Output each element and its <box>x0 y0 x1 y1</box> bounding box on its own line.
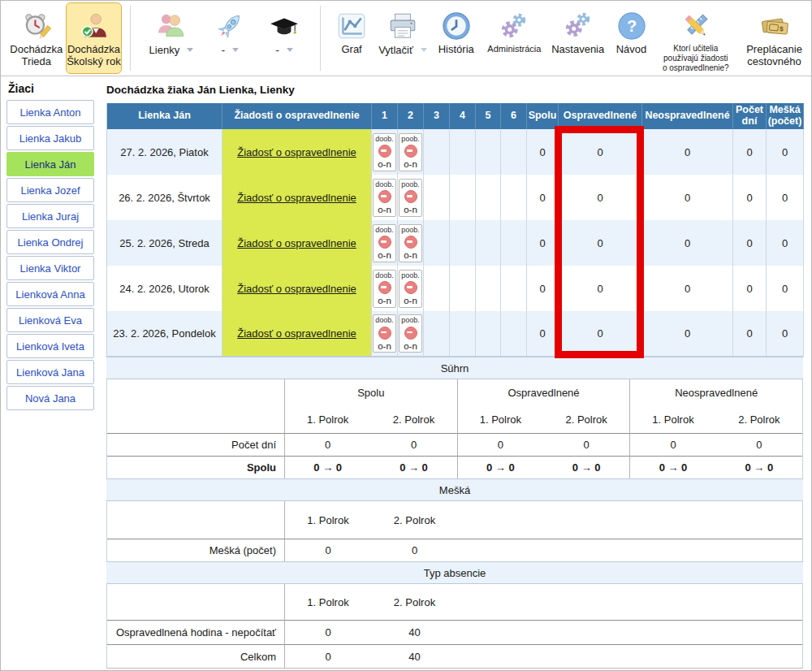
toolbar-item-dochadzka-trieda[interactable]: Dochádzka Trieda <box>7 2 66 74</box>
attendance-slot-afternoon[interactable]: poob.o-n <box>399 133 422 171</box>
sidebar-item-student[interactable]: Lienka Ondrej <box>6 230 94 254</box>
excuse-request-link[interactable]: Žiadosť o ospravedlnenie <box>237 237 356 249</box>
tickets-icon: $ <box>758 8 791 44</box>
graduation-cap-icon <box>268 8 300 44</box>
excuse-request-link[interactable]: Žiadosť o ospravedlnenie <box>237 192 356 204</box>
days-cell: 0 <box>733 311 767 357</box>
toolbar: Dochádzka Trieda Dochádzka Školský rok <box>1 1 811 76</box>
attendance-table: Lienka Ján Žiadosti o ospravedlnenie 1 2… <box>106 103 803 357</box>
person-check-icon <box>78 8 109 44</box>
attendance-slot-morning[interactable]: doob.o-n <box>373 179 396 217</box>
chevron-down-icon[interactable] <box>187 48 193 52</box>
attendance-slot-afternoon[interactable]: poob.o-n <box>399 270 422 308</box>
attendance-slot-afternoon[interactable]: poob.o-n <box>399 179 422 217</box>
chevron-down-icon[interactable] <box>421 48 427 52</box>
sidebar-item-student[interactable]: Lienková Jana <box>6 360 94 384</box>
toolbar-item-navod[interactable]: ? Návod <box>608 2 654 74</box>
column-header-days: Početdní <box>733 103 767 129</box>
subheader-polrok: 2. Polrok <box>371 584 458 620</box>
lesson-cell-2: poob.o-n <box>398 311 424 357</box>
toolbar-item-vytlacit[interactable]: Vytlačiť <box>374 2 431 74</box>
toolbar-label: - <box>276 44 279 56</box>
subheader-polrok: 2. Polrok <box>716 405 802 433</box>
lesson-cell-3 <box>424 220 450 266</box>
unexcused-cell: 0 <box>642 220 733 266</box>
absence-type-value: 0 <box>284 620 371 644</box>
toolbar-item-historia[interactable]: História <box>431 2 482 74</box>
excused-cell: 0 <box>559 175 642 220</box>
no-entry-icon <box>404 327 417 340</box>
lesson-cell-4 <box>450 311 476 357</box>
sidebar-item-student[interactable]: Lienka Jozef <box>6 178 94 202</box>
excused-cell: 0 <box>559 129 642 175</box>
no-entry-icon <box>378 145 391 158</box>
days-cell: 0 <box>733 220 767 266</box>
excuse-request-link[interactable]: Žiadosť o ospravedlnenie <box>237 146 356 158</box>
toolbar-item-lienky[interactable]: Lienky <box>139 2 203 74</box>
sidebar-item-student[interactable]: Lienka Juraj <box>6 204 94 228</box>
toolbar-label: Graf <box>341 44 361 56</box>
attendance-slot-morning[interactable]: doob.o-n <box>373 270 396 308</box>
column-header-lesson-6: 6 <box>501 103 527 129</box>
toolbar-item-administracia[interactable]: Administrácia <box>482 2 547 74</box>
no-entry-icon <box>404 281 417 294</box>
subheader-polrok: 2. Polrok <box>371 501 458 539</box>
sidebar-item-student-selected[interactable]: Lienka Ján <box>6 152 94 176</box>
summary-group-ospravedlnene: Ospravedlnené <box>457 379 630 405</box>
lesson-cell-3 <box>424 311 450 357</box>
toolbar-item-nastavenia[interactable]: Nastavenia <box>547 2 608 74</box>
subheader-polrok: 1. Polrok <box>284 405 370 433</box>
unexcused-cell: 0 <box>642 311 733 357</box>
request-cell: Žiadosť o ospravedlnenie <box>222 220 372 266</box>
toolbar-item-graduation[interactable]: - <box>257 2 312 74</box>
summary-value: 0 → 0 <box>716 456 802 478</box>
days-cell: 0 <box>733 175 767 220</box>
lesson-cell-4 <box>450 175 476 220</box>
chevron-down-icon[interactable] <box>287 48 293 52</box>
lesson-cell-6 <box>501 266 527 311</box>
excused-cell: 0 <box>559 266 642 311</box>
summary-value: 0 → 0 <box>370 456 456 478</box>
attendance-slot-morning[interactable]: doob.o-n <box>373 224 396 262</box>
column-header-lesson-4: 4 <box>450 103 476 129</box>
lesson-cell-1: doob.o-n <box>372 311 398 357</box>
summary-group-spolu: Spolu <box>284 379 457 405</box>
chevron-down-icon[interactable] <box>232 48 239 52</box>
lesson-cell-5 <box>476 311 501 357</box>
absence-type-value: 40 <box>371 620 458 644</box>
attendance-slot-morning[interactable]: doob.o-n <box>373 133 396 171</box>
sidebar-item-student[interactable]: Lienka Jakub <box>6 126 94 150</box>
toolbar-item-ktori-ucitelia[interactable]: Ktorí učitelia používajú žiadosti o ospr… <box>654 2 738 74</box>
lesson-cell-5 <box>476 220 501 266</box>
toolbar-item-preplacanie[interactable]: $ Preplácanie cestovného <box>737 2 811 74</box>
sidebar-item-student[interactable]: Lienka Viktor <box>6 256 94 280</box>
date-cell: 25. 2. 2026, Streda <box>107 220 222 266</box>
toolbar-item-dochadzka-skolsky-rok[interactable]: Dochádzka Školský rok <box>66 2 123 74</box>
column-header-late: Mešká(počet) <box>767 103 804 129</box>
attendance-slot-afternoon[interactable]: poob.o-n <box>399 314 422 353</box>
toolbar-item-graf[interactable]: Graf <box>329 2 374 74</box>
late-cell: 0 <box>767 266 804 311</box>
toolbar-item-rocket[interactable]: - <box>204 2 257 74</box>
days-cell: 0 <box>733 129 767 175</box>
column-header-excused: Ospravedlnené <box>559 103 642 129</box>
lesson-cell-4 <box>450 129 476 175</box>
spacer-cell <box>107 405 284 433</box>
toolbar-label: Administrácia <box>487 44 541 54</box>
summary-value: 0 <box>284 433 370 456</box>
excuse-request-link[interactable]: Žiadosť o ospravedlnenie <box>237 283 356 295</box>
sidebar-item-student[interactable]: Lienka Anton <box>6 100 94 124</box>
total-cell: 0 <box>527 220 559 266</box>
toolbar-label: Školský rok <box>67 56 120 68</box>
lesson-cell-1: doob.o-n <box>372 175 398 220</box>
sidebar-item-student[interactable]: Lienková Iveta <box>6 334 94 358</box>
summary-value: 0 <box>629 433 715 456</box>
attendance-slot-morning[interactable]: doob.o-n <box>373 314 396 353</box>
attendance-slot-afternoon[interactable]: poob.o-n <box>399 224 422 262</box>
spacer-cell <box>107 501 284 539</box>
excuse-request-link[interactable]: Žiadosť o ospravedlnenie <box>237 327 356 340</box>
sidebar-item-student[interactable]: Lienková Anna <box>6 282 94 306</box>
toolbar-separator <box>320 6 321 71</box>
sidebar-item-student[interactable]: Lienková Eva <box>6 308 94 332</box>
sidebar-item-student[interactable]: Nová Jana <box>6 386 94 410</box>
